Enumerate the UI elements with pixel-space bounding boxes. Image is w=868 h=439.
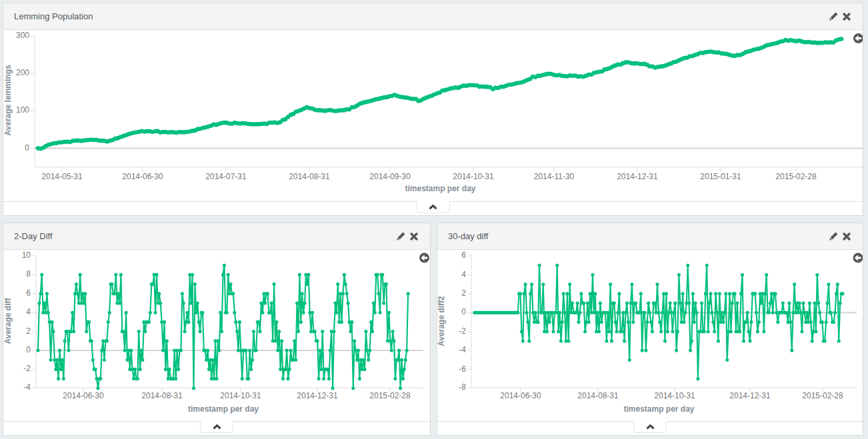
svg-text:2: 2 [461, 288, 466, 298]
svg-text:2014-05-31: 2014-05-31 [41, 172, 83, 181]
svg-text:2015-02-28: 2015-02-28 [369, 391, 411, 400]
svg-text:2014-10-31: 2014-10-31 [220, 391, 261, 400]
svg-text:4: 4 [26, 307, 31, 316]
svg-text:6: 6 [26, 288, 31, 298]
svg-text:Average diff2: Average diff2 [437, 296, 446, 346]
svg-text:2015-02-28: 2015-02-28 [802, 391, 843, 400]
svg-text:2014-11-30: 2014-11-30 [534, 172, 575, 181]
svg-text:2014-07-31: 2014-07-31 [205, 172, 247, 181]
svg-text:timestamp per day: timestamp per day [188, 404, 259, 414]
svg-text:Average lemmings: Average lemmings [3, 65, 13, 136]
svg-text:2015-01-31: 2015-01-31 [700, 172, 741, 181]
svg-text:0: 0 [461, 307, 466, 316]
svg-text:2015-02-28: 2015-02-28 [775, 172, 817, 181]
svg-text:2014-06-30: 2014-06-30 [500, 391, 541, 400]
svg-text:-4: -4 [459, 345, 466, 354]
svg-text:-6: -6 [459, 364, 466, 374]
svg-text:2: 2 [26, 326, 31, 336]
svg-text:2014-08-31: 2014-08-31 [141, 391, 183, 400]
svg-text:2014-06-30: 2014-06-30 [63, 391, 104, 400]
svg-text:6: 6 [461, 250, 466, 260]
svg-text:2014-08-31: 2014-08-31 [577, 391, 619, 400]
svg-text:0: 0 [26, 345, 31, 354]
svg-text:-8: -8 [459, 382, 466, 392]
svg-text:2014-08-31: 2014-08-31 [289, 172, 330, 181]
svg-text:2014-10-31: 2014-10-31 [654, 391, 695, 400]
svg-text:2014-12-31: 2014-12-31 [729, 391, 771, 400]
svg-text:timestamp per day: timestamp per day [405, 184, 475, 193]
svg-text:100: 100 [16, 105, 29, 115]
svg-text:8: 8 [26, 269, 31, 278]
svg-text:200: 200 [16, 68, 29, 77]
svg-text:2014-12-31: 2014-12-31 [297, 391, 338, 400]
svg-text:0: 0 [25, 143, 29, 153]
svg-text:2014-12-31: 2014-12-31 [617, 172, 658, 181]
svg-text:-2: -2 [23, 364, 31, 373]
svg-text:-2: -2 [459, 326, 466, 336]
svg-text:timestamp per day: timestamp per day [623, 404, 694, 414]
svg-text:2014-10-31: 2014-10-31 [453, 172, 494, 181]
svg-text:4: 4 [461, 270, 466, 279]
svg-text:2014-06-30: 2014-06-30 [122, 172, 163, 181]
svg-text:Average diff: Average diff [3, 298, 13, 344]
svg-text:2014-09-30: 2014-09-30 [369, 172, 411, 181]
svg-text:10: 10 [22, 250, 31, 260]
svg-text:-4: -4 [23, 382, 31, 392]
svg-text:300: 300 [16, 31, 29, 40]
